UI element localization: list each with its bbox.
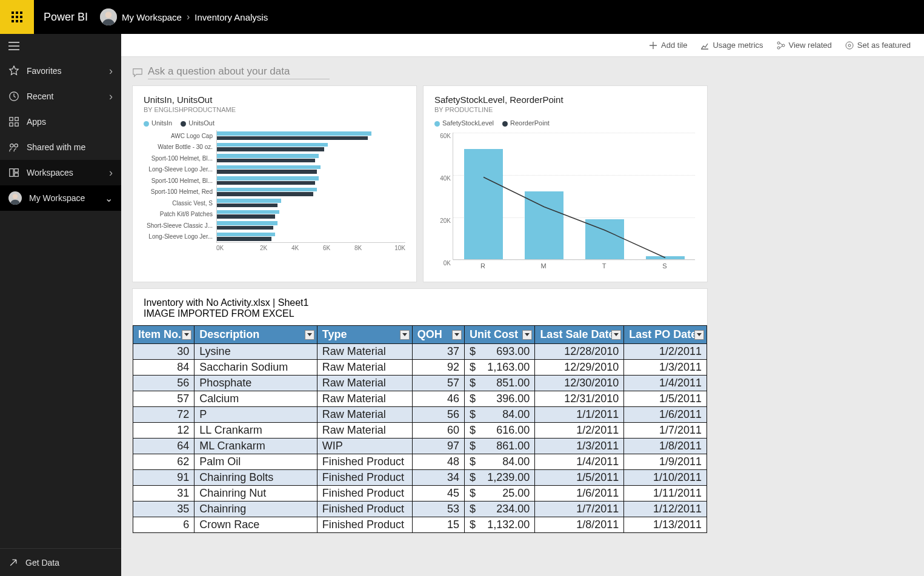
chevron-right-icon: › (187, 12, 190, 22)
sidebar-item-label: Apps (27, 117, 46, 127)
share-icon (8, 142, 19, 153)
filter-icon[interactable] (611, 330, 621, 340)
legend-dot-icon (434, 121, 440, 127)
plus-icon (649, 41, 657, 50)
table-row: 31Chainring NutFinished Product45$25.001… (133, 486, 707, 502)
tile-excel-table[interactable]: Inventory with No Activity.xlsx | Sheet1… (132, 288, 708, 534)
breadcrumb-page[interactable]: Inventory Analysis (194, 12, 268, 22)
table-row: 62Palm OilFinished Product48$84.001/4/20… (133, 454, 707, 470)
svg-point-28 (777, 47, 780, 49)
view-related-button[interactable]: View related (777, 41, 832, 50)
legend-dot-icon (181, 121, 186, 127)
legend: UnitsIn UnitsOut (133, 116, 416, 130)
column-header[interactable]: QOH (412, 326, 464, 344)
column-header[interactable]: Unit Cost (464, 326, 534, 344)
svg-rect-7 (16, 20, 18, 22)
chat-icon (132, 67, 143, 78)
brand-label[interactable]: Power BI (44, 11, 88, 24)
qna-input[interactable]: Ask a question about your data (148, 65, 330, 79)
table-row: 84Saccharin SodiumRaw Material92$1,163.0… (133, 360, 707, 376)
legend-dot-icon (502, 121, 508, 127)
sidebar-item-label: Workspaces (27, 168, 73, 177)
content-area: Add tile Usage metrics View related Set … (121, 34, 924, 576)
filter-icon[interactable] (522, 330, 532, 340)
tile-safety[interactable]: SafetyStockLevel, ReorderPoint BY PRODUC… (423, 85, 708, 282)
usage-metrics-button[interactable]: Usage metrics (700, 41, 763, 50)
avatar[interactable] (100, 8, 117, 25)
svg-rect-17 (10, 123, 13, 126)
svg-rect-16 (15, 118, 18, 121)
svg-rect-23 (15, 173, 18, 176)
sidebar-item-shared[interactable]: Shared with me (0, 134, 121, 160)
column-header[interactable]: Last PO Date (624, 326, 707, 344)
tile-subtitle: BY ENGLISHPRODUCTNAME (144, 106, 405, 113)
set-featured-button[interactable]: Set as featured (845, 41, 911, 50)
filter-icon[interactable] (694, 330, 704, 340)
chevron-right-icon (109, 90, 113, 103)
sidebar-item-label: Favorites (27, 66, 62, 76)
svg-rect-8 (20, 20, 22, 22)
chevron-down-icon (105, 193, 113, 204)
app-launcher-button[interactable] (0, 0, 34, 34)
column-header[interactable]: Description (194, 326, 317, 344)
table-row: 12LL CrankarmRaw Material60$616.001/2/20… (133, 423, 707, 439)
svg-rect-22 (15, 169, 18, 172)
breadcrumb-workspace[interactable]: My Workspace (122, 12, 182, 22)
sidebar-item-my-workspace[interactable]: My Workspace (0, 185, 121, 211)
filter-icon[interactable] (400, 330, 410, 340)
excel-table: Item No.DescriptionTypeQOHUnit CostLast … (133, 325, 707, 533)
tile-units[interactable]: UnitsIn, UnitsOut BY ENGLISHPRODUCTNAME … (132, 85, 417, 282)
nav-collapse-button[interactable] (0, 34, 121, 58)
svg-rect-5 (20, 16, 22, 18)
sidebar-item-workspaces[interactable]: Workspaces (0, 160, 121, 185)
get-data-label: Get Data (25, 558, 59, 568)
filter-icon[interactable] (182, 330, 191, 340)
sidebar-item-apps[interactable]: Apps (0, 109, 121, 134)
clock-icon (8, 91, 19, 102)
table-row: 72PRaw Material56$84.001/1/20111/6/2011 (133, 407, 707, 423)
legend-dot-icon (144, 121, 149, 127)
bar-chart: AWC Logo CapWater Bottle - 30 oz.Sport-1… (133, 130, 416, 256)
svg-point-25 (13, 194, 18, 199)
sidebar-item-recent[interactable]: Recent (0, 84, 121, 109)
sidebar: Favorites Recent Apps Shared with me Wor… (0, 34, 121, 576)
filter-icon[interactable] (305, 330, 314, 340)
svg-rect-18 (15, 123, 18, 126)
workspace-icon (8, 167, 19, 178)
svg-point-10 (105, 12, 112, 18)
avatar-icon (8, 191, 22, 205)
sidebar-item-label: Recent (27, 91, 53, 101)
table-row: 35ChainringFinished Product53$234.001/7/… (133, 502, 707, 517)
chevron-right-icon (109, 167, 113, 179)
action-bar: Add tile Usage metrics View related Set … (121, 34, 924, 57)
chevron-right-icon (109, 65, 113, 78)
column-header[interactable]: Last Sale Date (535, 326, 624, 344)
user-avatar-icon (100, 8, 117, 25)
tile-subtitle: IMAGE IMPORTED FROM EXCEL (144, 308, 696, 319)
svg-rect-4 (16, 16, 18, 18)
get-data-button[interactable]: Get Data (0, 548, 121, 576)
add-tile-button[interactable]: Add tile (649, 41, 687, 50)
tile-title: Inventory with No Activity.xlsx | Sheet1 (144, 297, 696, 308)
svg-rect-2 (20, 12, 22, 14)
column-chart: 0K20K40K60K RMTS (424, 130, 707, 274)
table-row: 64ML CrankarmWIP97$861.001/3/20111/8/201… (133, 439, 707, 454)
tile-title: SafetyStockLevel, ReorderPoint (434, 94, 696, 105)
svg-point-30 (848, 44, 851, 47)
top-bar: Power BI My Workspace › Inventory Analys… (0, 0, 924, 34)
column-header[interactable]: Item No. (133, 326, 194, 344)
svg-rect-1 (16, 12, 18, 14)
sidebar-item-favorites[interactable]: Favorites (0, 58, 121, 84)
table-row: 91Chainring BoltsFinished Product34$1,23… (133, 470, 707, 486)
related-icon (777, 41, 785, 50)
hamburger-icon (8, 42, 19, 50)
waffle-icon (11, 11, 23, 23)
column-header[interactable]: Type (317, 326, 412, 344)
sidebar-item-label: My Workspace (29, 193, 85, 203)
qna-row: Ask a question about your data (121, 57, 924, 85)
filter-icon[interactable] (452, 330, 462, 340)
tile-subtitle: BY PRODUCTLINE (434, 106, 696, 113)
sidebar-item-label: Shared with me (27, 142, 85, 152)
featured-icon (845, 41, 854, 50)
table-row: 56PhosphateRaw Material57$851.0012/30/20… (133, 376, 707, 391)
